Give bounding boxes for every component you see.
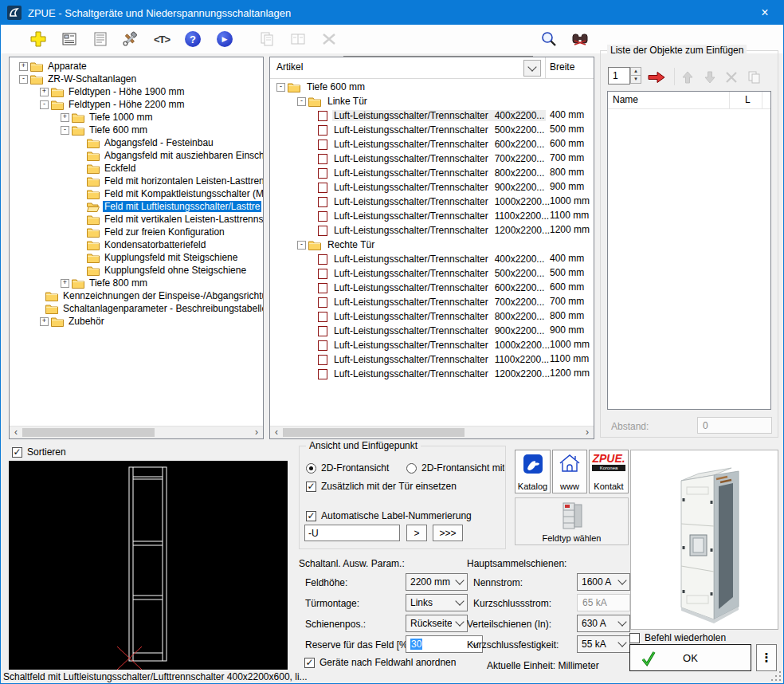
tree-item[interactable]: Feld zur freien Konfiguration (10, 226, 263, 238)
door-insert-checkbox[interactable]: ✓ Zusätzlich mit der Tür einsetzen (306, 481, 457, 492)
radio-icon[interactable] (406, 463, 417, 474)
kurzschlussfestigkeit-select[interactable]: 55 kA (577, 635, 630, 653)
scroll-right-icon[interactable]: › (581, 427, 594, 438)
count-input[interactable] (609, 68, 629, 84)
article-item-row[interactable]: Luft-Leistungsschalter/Trennschalter900x… (270, 324, 594, 338)
article-item-row[interactable]: Luft-Leistungsschalter/Trennschalter600x… (270, 281, 594, 295)
expander-icon[interactable]: - (297, 241, 306, 250)
tree-item[interactable]: Kupplungsfeld mit Steigschiene (10, 251, 263, 264)
tree-item[interactable]: Feld mit Luftleistungsschalter/Lasttre (10, 200, 263, 213)
scroll-left-icon[interactable]: ‹ (10, 427, 22, 438)
article-item-row[interactable]: Luft-Leistungsschalter/Trennschalter400x… (270, 252, 594, 266)
tree-item[interactable]: Kennzeichnungen der Einspeise-/Abgangsri… (10, 289, 263, 302)
article-folder-row[interactable]: -Linke Tür (270, 94, 594, 108)
expander-icon[interactable]: + (40, 88, 49, 96)
kontakt-button[interactable]: ZPUE. Koronea Kontakt (589, 450, 629, 493)
tree-item[interactable]: Abgangsfeld - Festeinbau (10, 136, 263, 149)
expander-icon[interactable]: - (276, 83, 285, 92)
expander-icon[interactable]: - (61, 126, 69, 135)
name-column-header[interactable]: Name (613, 94, 638, 105)
expander-icon[interactable]: - (297, 97, 306, 106)
article-item-row[interactable]: Luft-Leistungsschalter/Trennschalter1200… (270, 223, 594, 238)
article-item-row[interactable]: Luft-Leistungsschalter/Trennschalter900x… (270, 180, 594, 195)
ok-button[interactable]: OK (629, 644, 751, 671)
article-item-row[interactable]: Luft-Leistungsschalter/Trennschalter500x… (270, 266, 594, 281)
new-icon[interactable] (27, 28, 49, 50)
count-field[interactable] (608, 67, 630, 85)
checkbox-checked-icon[interactable]: ✓ (306, 482, 316, 492)
breite-column-header[interactable]: Breite (550, 61, 574, 73)
nennstrom-select[interactable]: 1600 A (577, 573, 630, 591)
checkbox-unchecked-icon[interactable] (629, 633, 640, 643)
spin-down-icon[interactable]: ▼ (630, 75, 641, 84)
feldhoehe-select[interactable]: 2200 mm (406, 573, 468, 591)
list-icon[interactable] (89, 28, 112, 50)
tree-item[interactable]: Kondensatorbatteriefeld (10, 238, 263, 251)
expander-icon[interactable]: - (19, 75, 28, 84)
chevron-down-icon[interactable] (614, 580, 629, 584)
expander-icon[interactable]: - (40, 100, 49, 109)
tree-item[interactable]: Feld mit horizontalen Leisten-Lasttrenns… (10, 175, 263, 187)
scroll-thumb[interactable] (283, 428, 465, 437)
chevron-down-icon[interactable] (452, 622, 467, 625)
insert-objects-list[interactable]: Name L (607, 91, 771, 410)
chevron-down-icon[interactable] (452, 580, 467, 584)
www-button[interactable]: www (552, 450, 587, 493)
article-item-row[interactable]: Luft-Leistungsschalter/Trennschalter1000… (270, 195, 594, 209)
artikel-column-header[interactable]: Artikel (276, 61, 303, 73)
radio-2d-front[interactable]: 2D-Frontansicht (306, 462, 389, 474)
apply-all-button[interactable]: >>> (433, 525, 463, 541)
article-item-row[interactable]: Luft-Leistungsschalter/Trennschalter1100… (270, 352, 594, 367)
tree-item[interactable]: -Feldtypen - Höhe 2200 mm (10, 98, 263, 111)
label-prefix-input[interactable] (305, 525, 399, 541)
expander-icon[interactable]: + (61, 279, 69, 288)
binoculars-icon[interactable] (569, 28, 591, 50)
play-icon[interactable]: ▶ (214, 28, 236, 50)
chevron-down-icon[interactable] (614, 622, 629, 625)
autolabel-checkbox[interactable]: ✓ Automatische Label-Nummerierung (306, 510, 472, 521)
article-item-row[interactable]: Luft-Leistungsschalter/Trennschalter500x… (270, 123, 594, 137)
more-options-button[interactable]: ⋮ (756, 644, 777, 671)
radio-2d-front-door[interactable]: 2D-Frontansicht mit Tü (406, 462, 504, 474)
chevron-down-icon[interactable] (614, 643, 629, 646)
verteilschienen-select[interactable]: 630 A (577, 615, 630, 632)
article-item-row[interactable]: Luft-Leistungsschalter/Trennschalter600x… (270, 137, 594, 151)
tree-item[interactable]: +Tiefe 800 mm (10, 277, 263, 289)
tree-item[interactable]: +Feldtypen - Höhe 1900 mm (10, 85, 263, 98)
article-item-row[interactable]: Luft-Leistungsschalter/Trennschalter800x… (270, 309, 594, 324)
artikel-hscrollbar[interactable]: ‹ › (270, 426, 594, 438)
count-stepper[interactable]: ▲ ▼ (630, 67, 641, 85)
tree-item[interactable]: +Zubehör (10, 315, 263, 328)
scroll-right-icon[interactable]: › (250, 427, 263, 438)
article-item-row[interactable]: Luft-Leistungsschalter/Trennschalter1000… (270, 338, 594, 352)
scroll-left-icon[interactable]: ‹ (270, 427, 283, 438)
l-column-header[interactable]: L (745, 94, 751, 105)
artikel-filter-dropdown[interactable] (523, 60, 541, 77)
resize-grip[interactable] (771, 671, 781, 681)
expander-icon[interactable]: + (61, 113, 69, 122)
tree-item[interactable]: +Apparate (10, 60, 263, 73)
sortieren-checkbox[interactable]: ✓ Sortieren (12, 446, 66, 458)
article-item-row[interactable]: Luft-Leistungsschalter/Trennschalter1100… (270, 209, 594, 223)
expander-icon[interactable]: + (40, 317, 49, 326)
befehl-wiederholen-checkbox[interactable]: Befehl wiederholen (629, 632, 726, 643)
tuermontage-select[interactable]: Links (406, 594, 468, 611)
article-item-row[interactable]: Luft-Leistungsschalter/Trennschalter700x… (270, 151, 594, 166)
checkbox-checked-icon[interactable]: ✓ (304, 658, 315, 668)
geraete-anordnen-checkbox[interactable]: ✓ Geräte nach Feldwahl anordnen (304, 657, 456, 668)
chevron-down-icon[interactable] (452, 601, 467, 604)
expander-icon[interactable]: + (19, 62, 28, 71)
article-item-row[interactable]: Luft-Leistungsschalter/Trennschalter700x… (270, 295, 594, 309)
help-icon[interactable]: ? (182, 28, 204, 50)
text-tool-icon[interactable]: <T> (151, 28, 173, 50)
search-icon[interactable] (538, 28, 560, 50)
article-item-row[interactable]: Luft-Leistungsschalter/Trennschalter1200… (270, 367, 594, 381)
tools-icon[interactable] (120, 28, 142, 50)
article-item-row[interactable]: Luft-Leistungsschalter/Trennschalter400x… (270, 108, 594, 123)
feldtyp-waehlen-button[interactable]: Feldtyp wählen (515, 497, 629, 545)
article-folder-row[interactable]: -Tiefe 600 mm (270, 80, 594, 94)
tree-item[interactable]: Abgangsfeld mit ausziehbaren Einschüben (10, 149, 263, 162)
radio-selected-icon[interactable] (306, 463, 316, 474)
tree-item[interactable]: Feld mit Kompaktleistungsschalter (MCCB)… (10, 187, 263, 200)
2d-preview-canvas[interactable] (9, 461, 288, 670)
